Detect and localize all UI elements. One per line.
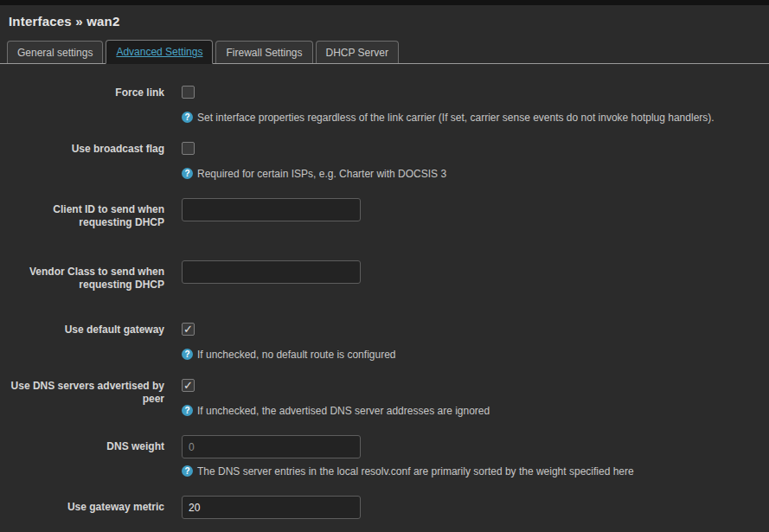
page-title: Interfaces » wan2 (0, 5, 769, 29)
field-label: Use broadcast flag (0, 142, 164, 181)
help-icon (182, 349, 193, 360)
client-id-input[interactable] (182, 198, 361, 221)
tab-general-settings-label: General settings (17, 47, 93, 59)
tab-bar: General settings Advanced Settings Firew… (0, 40, 769, 64)
tab-firewall-settings-label: Firewall Settings (226, 47, 302, 59)
use-dns-servers-checkbox[interactable] (182, 379, 195, 392)
gateway-metric-input[interactable] (182, 496, 361, 519)
field-label: Use gateway metric (0, 496, 164, 519)
help-icon (182, 405, 193, 416)
field-label: Use DNS servers advertised by peer (0, 379, 164, 418)
help-text: The DNS server entries in the local reso… (197, 465, 634, 478)
tab-firewall-settings[interactable]: Firewall Settings (215, 41, 312, 63)
field-help: Required for certain ISPs, e.g. Charter … (182, 167, 769, 181)
field-help: The DNS server entries in the local reso… (182, 465, 769, 478)
tab-advanced-settings[interactable]: Advanced Settings (106, 40, 213, 64)
field-row-dns-weight: DNS weight The DNS server entries in the… (0, 435, 769, 478)
help-text: Required for certain ISPs, e.g. Charter … (197, 167, 446, 181)
dns-weight-input[interactable] (182, 435, 361, 458)
help-icon (182, 112, 193, 123)
help-text: Set interface properties regardless of t… (197, 111, 715, 125)
field-row-gateway-metric: Use gateway metric (0, 496, 769, 519)
field-help: If unchecked, no default route is config… (182, 348, 769, 362)
tab-dhcp-server[interactable]: DHCP Server (316, 41, 399, 63)
tab-advanced-settings-label: Advanced Settings (116, 46, 202, 58)
field-label: Vendor Class to send when requesting DHC… (0, 260, 164, 292)
field-label: Use default gateway (0, 323, 164, 362)
field-label: Client ID to send when requesting DHCP (0, 198, 164, 229)
field-row-use-dns-servers: Use DNS servers advertised by peer If un… (0, 379, 769, 418)
field-row-client-id: Client ID to send when requesting DHCP (0, 198, 769, 229)
field-row-use-default-gateway: Use default gateway If unchecked, no def… (0, 323, 769, 362)
field-row-vendor-class: Vendor Class to send when requesting DHC… (0, 260, 769, 292)
help-text: If unchecked, the advertised DNS server … (197, 404, 490, 418)
force-link-checkbox[interactable] (182, 86, 195, 99)
tab-general-settings[interactable]: General settings (7, 41, 103, 63)
help-text: If unchecked, no default route is config… (197, 348, 395, 362)
use-broadcast-flag-checkbox[interactable] (182, 142, 195, 155)
tab-dhcp-server-label: DHCP Server (326, 47, 388, 59)
use-default-gateway-checkbox[interactable] (182, 323, 195, 336)
field-help: Set interface properties regardless of t… (182, 111, 769, 125)
luci-interface-settings-page: Interfaces » wan2 General settings Advan… (0, 0, 769, 532)
help-icon (182, 465, 193, 477)
field-label: DNS weight (0, 435, 164, 478)
field-row-force-link: Force link Set interface properties rega… (0, 86, 769, 125)
field-help: If unchecked, the advertised DNS server … (182, 404, 769, 418)
field-row-use-broadcast-flag: Use broadcast flag Required for certain … (0, 142, 769, 181)
field-label: Force link (0, 86, 164, 125)
vendor-class-input[interactable] (182, 260, 361, 284)
help-icon (182, 168, 193, 179)
advanced-settings-form: Force link Set interface properties rega… (0, 64, 769, 532)
